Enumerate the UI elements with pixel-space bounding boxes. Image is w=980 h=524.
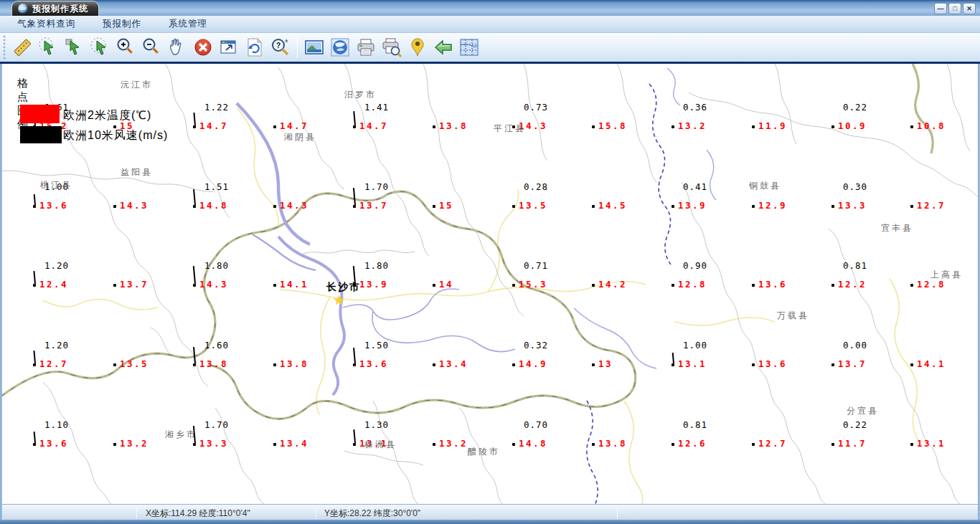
grid-point-dot (672, 443, 674, 446)
temperature-value: 13.2 (678, 121, 707, 131)
back-arrow-icon[interactable] (430, 34, 456, 60)
print-icon[interactable] (353, 34, 379, 60)
select-feature-dashed-icon[interactable] (35, 34, 61, 60)
globe-view-icon[interactable] (327, 34, 353, 60)
restore-button[interactable]: □ (948, 3, 961, 14)
menu-forecast-production[interactable]: 预报制作 (94, 16, 150, 32)
zoom-query-icon[interactable]: ?± (268, 34, 293, 60)
status-y-coordinate: Y坐标:28.22 纬度:30°0'0" (324, 508, 420, 520)
city-label: 长沙市 (326, 281, 361, 294)
temperature-value: 10.8 (917, 121, 946, 131)
temperature-value: 14.3 (120, 201, 149, 211)
title-bar: 预报制作系统 — □ ✕ (0, 0, 980, 16)
app-globe-icon (18, 4, 28, 14)
temperature-value: 13.6 (359, 359, 388, 369)
wind-speed-value: 0.70 (524, 420, 548, 429)
grid-point-dot (433, 443, 435, 446)
county-label: 沅江市 (121, 79, 153, 91)
temperature-value: 14.5 (598, 201, 627, 211)
temperature-value: 14.8 (199, 201, 228, 211)
grid-point-dot (353, 363, 356, 366)
temperature-value: 14.1 (917, 359, 946, 369)
temperature-value: 13.1 (917, 439, 946, 449)
grid-point-dot (433, 363, 435, 366)
temperature-value: 12.7 (758, 439, 787, 449)
status-separator (617, 506, 618, 519)
temperature-value: 13.9 (359, 280, 388, 290)
grid-point-dot (752, 363, 755, 366)
grid-point-dot (273, 284, 276, 287)
grid-point-dot (193, 363, 196, 366)
region-grid-select-icon[interactable] (456, 34, 482, 60)
select-area-dashed-icon[interactable] (87, 34, 113, 60)
temperature-value: 12.4 (39, 280, 68, 290)
wind-speed-value: 1.50 (364, 340, 389, 350)
window-controls: — □ ✕ (934, 3, 976, 14)
temperature-value: 14.3 (199, 280, 228, 290)
grid-point-dot (273, 205, 276, 208)
wind-speed-value: 1.20 (44, 261, 69, 270)
wind-speed-value: 1.20 (44, 340, 69, 350)
measure-ruler-icon[interactable] (9, 34, 35, 60)
window-frame-left (0, 64, 2, 520)
county-label: 株洲县 (364, 439, 397, 451)
map-canvas[interactable]: 15.21.611514.71.2214.714.71.4113.814.30.… (0, 64, 980, 504)
grid-point-dot (512, 205, 515, 208)
temperature-value: 13.1 (678, 359, 707, 369)
wind-speed-value: 1.51 (204, 182, 229, 191)
menu-weather-data-query[interactable]: 气象资料查询 (9, 16, 84, 32)
wind-speed-value: 0.73 (524, 103, 548, 112)
status-bar: X坐标:114.29 经度:110°0'4" Y坐标:28.22 纬度:30°0… (0, 504, 980, 520)
status-separator (136, 506, 137, 519)
toolbar-grip[interactable] (2, 35, 6, 59)
zoom-in-icon[interactable] (113, 34, 138, 60)
minimize-button[interactable]: — (934, 3, 947, 14)
county-label: 平江县 (494, 123, 526, 135)
grid-point-dot (193, 125, 196, 128)
wind-speed-value: 0.71 (524, 261, 548, 270)
temperature-value: 14.7 (199, 121, 228, 131)
temperature-value: 13.8 (199, 359, 228, 369)
grid-point-dot (353, 125, 356, 128)
temperature-value: 13.6 (39, 439, 68, 449)
temperature-value: 13.3 (199, 439, 228, 449)
grid-point-dot (592, 284, 595, 287)
pan-hand-icon[interactable] (164, 34, 190, 60)
status-x-coordinate: X坐标:114.29 经度:110°0'4" (146, 508, 250, 520)
grid-point-dot (193, 443, 196, 446)
temperature-value: 14.2 (598, 280, 627, 290)
stop-cancel-icon[interactable] (190, 34, 216, 60)
county-label: 宜丰县 (881, 222, 913, 234)
toolbar: ?± (0, 33, 980, 64)
picture-export-icon[interactable] (301, 34, 327, 60)
temperature-value: 14.7 (280, 121, 308, 131)
wind-speed-value: 1.80 (364, 261, 389, 270)
temperature-value: 14.1 (280, 280, 308, 290)
select-arrow-icon[interactable] (61, 34, 87, 60)
window-export-icon[interactable] (216, 34, 242, 60)
grid-point-dot (33, 443, 36, 446)
temperature-value: 14 (439, 280, 453, 290)
wind-speed-value: 1.80 (204, 261, 229, 270)
app-window: 预报制作系统 — □ ✕ 气象资料查询 预报制作 系统管理 (0, 0, 980, 524)
close-button[interactable]: ✕ (963, 3, 976, 14)
location-pin-icon[interactable] (405, 34, 430, 60)
temperature-value: 13.9 (678, 201, 707, 211)
wind-speed-value: 1.41 (364, 103, 389, 112)
grid-point-dot (193, 205, 196, 208)
county-label: 湘阴县 (284, 131, 316, 143)
zoom-out-icon[interactable] (138, 34, 164, 60)
temperature-value: 10.9 (838, 121, 867, 131)
grid-point-dot (353, 205, 356, 208)
grid-point-dot (910, 443, 913, 446)
legend-label-wind: 欧洲10米风速(m/s) (63, 128, 168, 143)
temperature-value: 13.7 (838, 359, 867, 369)
grid-point-dot (433, 125, 435, 128)
temperature-value: 14.8 (519, 439, 547, 449)
temperature-value: 13.7 (359, 201, 388, 211)
menu-system-management[interactable]: 系统管理 (160, 16, 216, 32)
refresh-page-icon[interactable] (242, 34, 268, 60)
temperature-value: 11.7 (838, 439, 867, 449)
print-preview-icon[interactable] (379, 34, 405, 60)
county-label: 分宜县 (847, 405, 879, 417)
